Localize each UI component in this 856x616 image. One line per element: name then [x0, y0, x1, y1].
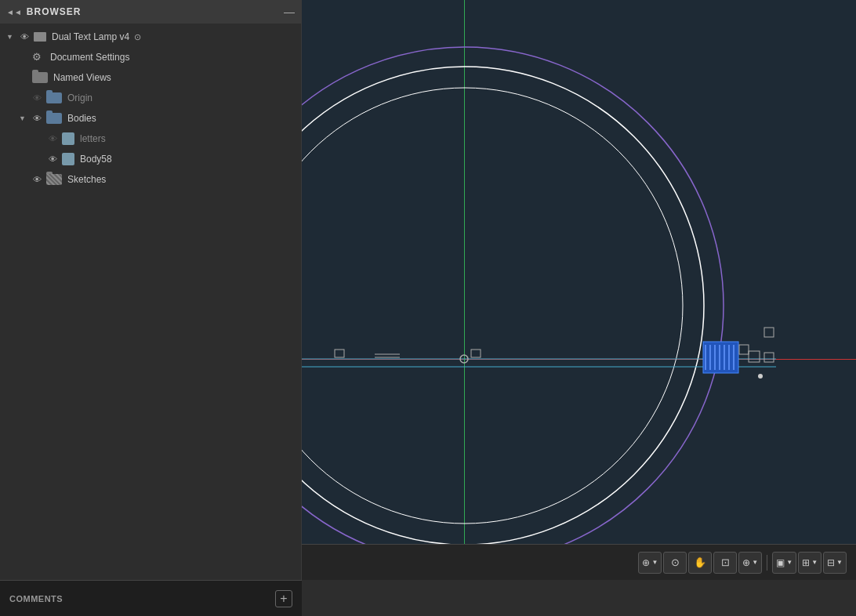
look-at-icon: ⊙	[671, 556, 680, 568]
zoom-icon: ⊕	[742, 557, 750, 568]
browser-title: BROWSER	[27, 6, 82, 17]
browser-panel: ◄◄ BROWSER — ▼ 👁 Dual Text Lamp v4 ⊙ ⚙ D…	[0, 0, 302, 580]
browser-close-button[interactable]: —	[284, 5, 295, 18]
view-options-icon: ⊟	[827, 557, 835, 568]
tree-item-body58[interactable]: 👁 Body58	[0, 149, 301, 169]
svg-rect-27	[335, 350, 344, 357]
move-dropdown[interactable]: ⊕ ▼	[638, 552, 662, 574]
bodies-folder-icon	[46, 113, 62, 124]
tree-item-root[interactable]: ▼ 👁 Dual Text Lamp v4 ⊙	[0, 27, 301, 47]
display-icon: ▣	[776, 557, 785, 568]
browser-header-left: ◄◄ BROWSER	[6, 6, 81, 17]
origin-visibility-icon[interactable]: 👁	[30, 91, 44, 105]
bodies-visibility-icon[interactable]: 👁	[30, 111, 44, 125]
tree-item-letters[interactable]: 👁 letters	[0, 129, 301, 149]
origin-folder-icon	[46, 92, 62, 103]
toolbar-sep-1	[767, 555, 767, 571]
collapse-button[interactable]: ◄◄	[6, 8, 22, 16]
display-dropdown[interactable]: ▣ ▼	[772, 552, 796, 574]
root-item-label: Dual Text Lamp v4	[49, 31, 129, 42]
bodies-label: Bodies	[64, 113, 96, 124]
move-chevron: ▼	[651, 559, 658, 566]
named-views-folder-icon	[32, 72, 48, 83]
sketches-visibility-icon[interactable]: 👁	[30, 172, 44, 187]
expand-bodies-arrow: ▼	[19, 114, 30, 122]
body58-label: Body58	[77, 154, 112, 165]
look-at-button[interactable]: ⊙	[663, 552, 687, 574]
root-target-icon: ⊙	[134, 32, 141, 42]
svg-rect-28	[471, 350, 481, 357]
comments-label: COMMENTS	[9, 594, 63, 603]
tree-item-document-settings[interactable]: ⚙ Document Settings	[0, 47, 301, 67]
zoom-dropdown[interactable]: ⊕ ▼	[738, 552, 762, 574]
bottom-bar: COMMENTS +	[0, 580, 302, 616]
svg-rect-22	[749, 351, 760, 362]
named-views-label: Named Views	[50, 72, 111, 83]
grid-chevron: ▼	[811, 559, 818, 566]
svg-rect-21	[739, 345, 749, 354]
sketches-folder-icon	[46, 174, 62, 185]
tree-item-origin[interactable]: 👁 Origin	[0, 88, 301, 108]
pan-icon: ✋	[694, 556, 706, 568]
zoom-fit-icon: ⊡	[721, 556, 730, 568]
browser-tree: ▼ 👁 Dual Text Lamp v4 ⊙ ⚙ Document Setti…	[0, 24, 301, 580]
tree-item-bodies[interactable]: ▼ 👁 Bodies	[0, 108, 301, 129]
grid-icon: ⊞	[802, 557, 810, 568]
origin-label: Origin	[64, 92, 92, 103]
browser-header: ◄◄ BROWSER —	[0, 0, 301, 24]
letters-body-icon	[62, 132, 74, 145]
tree-item-sketches[interactable]: 👁 Sketches	[0, 169, 301, 190]
doc-settings-label: Document Settings	[47, 52, 129, 63]
view-options-dropdown[interactable]: ⊟ ▼	[823, 552, 847, 574]
display-tools: ▣ ▼ ⊞ ▼ ⊟ ▼	[772, 552, 847, 574]
zoom-chevron: ▼	[752, 559, 758, 566]
body58-visibility-icon[interactable]: 👁	[45, 152, 60, 166]
svg-rect-26	[764, 353, 774, 362]
gear-icon: ⚙	[32, 51, 45, 63]
view-options-chevron: ▼	[836, 559, 843, 566]
add-comment-button[interactable]: +	[275, 590, 292, 607]
sketches-label: Sketches	[64, 174, 106, 185]
expand-root-arrow: ▼	[6, 33, 17, 41]
svg-point-2	[247, 88, 683, 524]
navigation-tools: ⊕ ▼ ⊙ ✋ ⊡ ⊕ ▼	[638, 552, 762, 574]
grid-dropdown[interactable]: ⊞ ▼	[798, 552, 822, 574]
zoom-fit-button[interactable]: ⊡	[713, 552, 737, 574]
svg-rect-25	[764, 328, 774, 337]
svg-point-35	[758, 374, 763, 379]
move-icon: ⊕	[642, 557, 650, 568]
body58-body-icon	[62, 153, 74, 165]
letters-visibility-icon[interactable]: 👁	[45, 132, 60, 146]
display-chevron: ▼	[786, 559, 793, 566]
letters-label: letters	[77, 133, 106, 144]
root-visibility-icon[interactable]: 👁	[17, 30, 31, 44]
root-body-icon	[34, 32, 46, 42]
pan-button[interactable]: ✋	[688, 552, 712, 574]
tree-item-named-views[interactable]: Named Views	[0, 67, 301, 88]
